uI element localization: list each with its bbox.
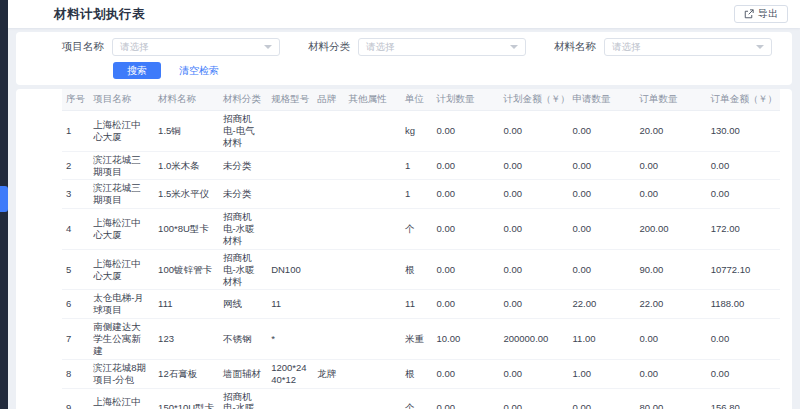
filter-label: 项目名称: [62, 40, 104, 54]
table-row[interactable]: 3滨江花城三期项目1.5米水平仪未分类10.000.000.000.000.00: [62, 180, 780, 209]
chevron-down-icon: [264, 45, 272, 49]
filter-placeholder: 请选择: [612, 41, 641, 54]
table-cell: 1.5铜: [154, 111, 219, 152]
table-cell: 0.00: [569, 111, 636, 152]
table-row[interactable]: 6太仓电梯-月球项目111网线11110.000.0022.0022.00118…: [62, 290, 780, 319]
table-cell: 上海松江中心大厦: [89, 111, 154, 152]
filter-field-3: 材料名称请选择: [554, 38, 772, 56]
table-row[interactable]: 5上海松江中心大厦100镀锌管卡招商机电-水暖材料DN100根0.000.000…: [62, 249, 780, 290]
table-cell: 9: [62, 388, 89, 409]
column-header: 材料名称: [154, 89, 219, 111]
filter-select[interactable]: 请选择: [112, 38, 280, 56]
filter-field-1: 项目名称请选择: [62, 38, 280, 56]
table-cell: 0.00: [707, 180, 780, 209]
table-cell: 22.00: [569, 290, 636, 319]
table-cell: 100*8U型卡: [154, 209, 219, 250]
table-cell: 8: [62, 359, 89, 388]
chevron-down-icon: [510, 45, 518, 49]
table-cell: 1: [62, 111, 89, 152]
table-cell: *: [267, 319, 313, 360]
table-cell: [345, 111, 402, 152]
table-cell: 3: [62, 180, 89, 209]
table-cell: [267, 151, 313, 180]
table-cell: 1: [401, 151, 432, 180]
column-header: 项目名称: [89, 89, 154, 111]
table-cell: 10.00: [432, 319, 499, 360]
table-cell: 22.00: [636, 290, 707, 319]
table-cell: [345, 209, 402, 250]
column-header: 品牌: [313, 89, 344, 111]
table-cell: 龙牌: [313, 359, 344, 388]
table-row[interactable]: 9上海松江中心大厦150*10U型卡招商机电-水暖材料个0.000.000.00…: [62, 388, 780, 409]
table-cell: 0.00: [569, 180, 636, 209]
column-header: 其他属性: [345, 89, 402, 111]
table-row[interactable]: 1上海松江中心大厦1.5铜招商机电-电气材料kg0.000.000.0020.0…: [62, 111, 780, 152]
export-button[interactable]: 导出: [734, 5, 788, 23]
sidebar-expand-handle[interactable]: [0, 186, 8, 212]
table-row[interactable]: 7南侧建达大学生公寓新建123不锈钢*米重10.00200000.0011.00…: [62, 319, 780, 360]
table-cell: 1200*2440*12: [267, 359, 313, 388]
table-cell: [267, 180, 313, 209]
table-cell: 0.00: [499, 359, 568, 388]
table-cell: 111: [154, 290, 219, 319]
filter-select[interactable]: 请选择: [604, 38, 772, 56]
table-cell: 0.00: [432, 359, 499, 388]
table-cell: 1.00: [569, 359, 636, 388]
table-cell: [345, 151, 402, 180]
table-cell: 200000.00: [499, 319, 568, 360]
table-row[interactable]: 8滨江花城8期项目-分包12石膏板墙面辅材1200*2440*12龙牌根0.00…: [62, 359, 780, 388]
table-cell: 80.00: [636, 388, 707, 409]
table-cell: 上海松江中心大厦: [89, 209, 154, 250]
page-title: 材料计划执行表: [54, 6, 145, 23]
table-cell: [313, 209, 344, 250]
clear-search-link[interactable]: 清空检索: [179, 64, 219, 78]
column-header: 计划金额（￥）: [499, 89, 568, 111]
table-cell: 0.00: [499, 249, 568, 290]
table-cell: 123: [154, 319, 219, 360]
table-cell: 0.00: [569, 151, 636, 180]
table-cell: [313, 249, 344, 290]
table-cell: [267, 111, 313, 152]
table-cell: 0.00: [432, 111, 499, 152]
table-panel: 序号项目名称材料名称材料分类规格型号品牌其他属性单位计划数量计划金额（￥）申请数…: [16, 89, 792, 409]
filter-select[interactable]: 请选择: [358, 38, 526, 56]
table-cell: [267, 388, 313, 409]
table-cell: [267, 209, 313, 250]
filter-placeholder: 请选择: [120, 41, 149, 54]
table-cell: 0.00: [432, 180, 499, 209]
table-cell: 0.00: [432, 290, 499, 319]
table-cell: 招商机电-水暖材料: [219, 209, 267, 250]
table-cell: DN100: [267, 249, 313, 290]
table-cell: 11.00: [569, 319, 636, 360]
column-header: 序号: [62, 89, 89, 111]
search-button[interactable]: 搜索: [113, 62, 161, 79]
table-cell: 未分类: [219, 151, 267, 180]
table-cell: 100镀锌管卡: [154, 249, 219, 290]
table-cell: 南侧建达大学生公寓新建: [89, 319, 154, 360]
table-cell: 0.00: [636, 359, 707, 388]
column-header: 单位: [401, 89, 432, 111]
table-cell: [345, 290, 402, 319]
table-cell: 根: [401, 249, 432, 290]
table-cell: [345, 319, 402, 360]
table-cell: [345, 388, 402, 409]
table-cell: 0.00: [636, 180, 707, 209]
table-row[interactable]: 4上海松江中心大厦100*8U型卡招商机电-水暖材料个0.000.000.002…: [62, 209, 780, 250]
table-cell: 90.00: [636, 249, 707, 290]
table-cell: 招商机电-水暖材料: [219, 388, 267, 409]
table-cell: 20.00: [636, 111, 707, 152]
table-cell: 不锈钢: [219, 319, 267, 360]
chevron-down-icon: [756, 45, 764, 49]
table-cell: 0.00: [499, 180, 568, 209]
column-header: 申请数量: [569, 89, 636, 111]
export-label: 导出: [758, 7, 778, 21]
table-cell: [313, 388, 344, 409]
column-header: 规格型号: [267, 89, 313, 111]
table-cell: 0.00: [499, 151, 568, 180]
table-cell: [345, 249, 402, 290]
table-cell: 太仓电梯-月球项目: [89, 290, 154, 319]
table-cell: 根: [401, 359, 432, 388]
table-row[interactable]: 2滨江花城三期项目1.0米木条未分类10.000.000.000.000.00: [62, 151, 780, 180]
table-cell: 上海松江中心大厦: [89, 388, 154, 409]
table-cell: 5: [62, 249, 89, 290]
